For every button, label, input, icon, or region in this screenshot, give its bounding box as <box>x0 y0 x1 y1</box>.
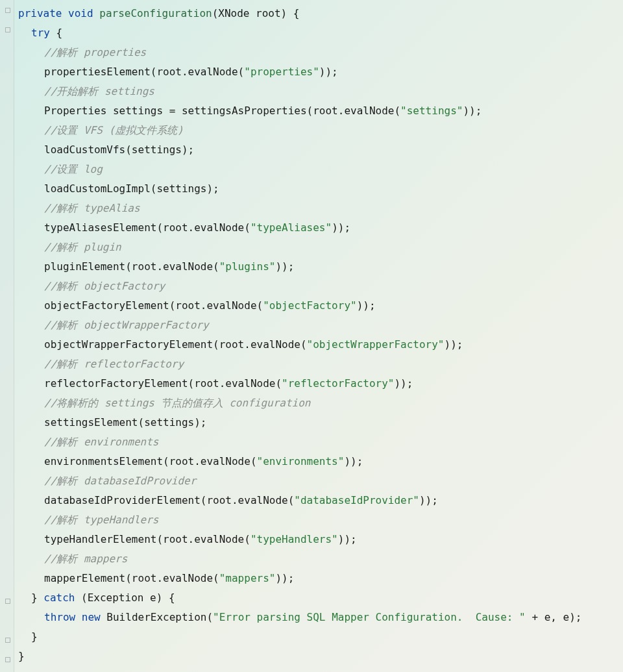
fold-marker-icon[interactable] <box>5 8 10 13</box>
code-token: //设置 log <box>44 163 103 175</box>
code-token: environmentsElement(root.evalNode( <box>44 455 257 467</box>
code-line[interactable]: //解析 databaseIdProvider <box>18 471 622 491</box>
code-line[interactable]: } catch (Exception e) { <box>18 588 622 608</box>
code-token: objectFactoryElement(root.evalNode( <box>44 299 263 312</box>
code-token: loadCustomVfs(settings); <box>44 143 194 156</box>
code-token: "databaseIdProvider" <box>294 494 419 506</box>
code-line[interactable]: settingsElement(settings); <box>18 413 622 432</box>
code-token: BuilderException( <box>101 611 213 623</box>
code-line[interactable]: //解析 typeHandlers <box>18 510 622 530</box>
code-token: new <box>82 611 101 623</box>
code-token <box>75 611 82 623</box>
code-token: )); <box>332 221 350 234</box>
fold-marker-icon[interactable] <box>5 599 10 604</box>
code-line[interactable]: pluginElement(root.evalNode("plugins")); <box>18 257 622 277</box>
code-token: "reflectorFactory" <box>282 377 394 390</box>
code-token: //解析 properties <box>44 46 146 58</box>
code-token: { <box>50 27 62 39</box>
code-line[interactable]: //解析 typeAlias <box>18 199 622 218</box>
code-token: //开始解析 settings <box>44 85 154 97</box>
code-token: databaseIdProviderElement(root.evalNode( <box>44 494 294 506</box>
fold-marker-icon[interactable] <box>5 27 10 32</box>
code-token: "plugins" <box>219 260 276 273</box>
code-line[interactable]: } <box>18 647 622 666</box>
code-token: )); <box>419 494 438 506</box>
code-line[interactable]: //解析 properties <box>18 43 622 62</box>
code-token: typeAliasesElement(root.evalNode( <box>44 221 250 234</box>
code-line[interactable]: mapperElement(root.evalNode("mappers")); <box>18 569 622 588</box>
code-token: parseConfiguration <box>99 7 212 19</box>
code-token: //解析 typeAlias <box>44 202 140 214</box>
code-line[interactable]: //解析 objectWrapperFactory <box>18 316 622 335</box>
code-token: "properties" <box>244 66 319 78</box>
code-token: } <box>31 630 38 643</box>
code-token: pluginElement(root.evalNode( <box>44 260 219 273</box>
code-token: catch <box>43 591 75 604</box>
code-token: )); <box>463 105 482 117</box>
code-token: "typeHandlers" <box>250 533 338 545</box>
code-token: //解析 reflectorFactory <box>44 358 184 370</box>
code-token: "objectWrapperFactory" <box>307 338 445 351</box>
code-token: //设置 VFS (虚拟文件系统) <box>44 124 184 136</box>
code-token: private <box>18 7 62 19</box>
code-token: //解析 mappers <box>44 553 127 565</box>
code-line[interactable]: typeAliasesElement(root.evalNode("typeAl… <box>18 218 622 238</box>
code-token: } <box>31 591 43 604</box>
code-token: "mappers" <box>219 572 276 584</box>
code-token: )); <box>357 299 376 312</box>
code-line[interactable]: throw new BuilderException("Error parsin… <box>18 608 622 627</box>
code-line[interactable]: reflectorFactoryElement(root.evalNode("r… <box>18 374 622 393</box>
code-line[interactable]: //解析 objectFactory <box>18 277 622 296</box>
code-token: typeHandlerElement(root.evalNode( <box>44 533 250 545</box>
fold-marker-icon[interactable] <box>5 657 10 662</box>
code-token: Properties settings = settingsAsProperti… <box>44 105 400 117</box>
code-line[interactable]: //设置 VFS (虚拟文件系统) <box>18 121 622 140</box>
code-token: try <box>31 27 50 39</box>
code-line[interactable]: //设置 log <box>18 160 622 179</box>
code-token: )); <box>445 338 463 351</box>
code-line[interactable]: objectWrapperFactoryElement(root.evalNod… <box>18 335 622 355</box>
code-token: //解析 databaseIdProvider <box>44 475 196 487</box>
code-editor-view[interactable]: private void parseConfiguration(XNode ro… <box>18 4 622 666</box>
code-token: + e, e); <box>526 611 582 623</box>
code-line[interactable]: databaseIdProviderElement(root.evalNode(… <box>18 491 622 510</box>
code-line[interactable]: //解析 environments <box>18 432 622 452</box>
code-token: } <box>18 650 25 662</box>
editor-gutter <box>0 0 14 672</box>
code-line[interactable]: loadCustomLogImpl(settings); <box>18 179 622 199</box>
code-token: "Error parsing SQL Mapper Configuration.… <box>213 611 526 623</box>
code-line[interactable]: private void parseConfiguration(XNode ro… <box>18 4 622 23</box>
code-line[interactable]: environmentsElement(root.evalNode("envir… <box>18 452 622 471</box>
code-line[interactable]: } <box>18 627 622 647</box>
code-token <box>93 7 100 19</box>
code-token: "objectFactory" <box>263 299 357 312</box>
fold-marker-icon[interactable] <box>5 638 10 643</box>
code-line[interactable]: try { <box>18 23 622 43</box>
code-token: reflectorFactoryElement(root.evalNode( <box>44 377 282 390</box>
code-token: )); <box>275 260 294 273</box>
code-token <box>62 7 68 19</box>
code-token: "typeAliases" <box>250 221 332 234</box>
code-line[interactable]: objectFactoryElement(root.evalNode("obje… <box>18 296 622 316</box>
code-token: loadCustomLogImpl(settings); <box>44 182 219 195</box>
code-token: objectWrapperFactoryElement(root.evalNod… <box>44 338 307 351</box>
code-line[interactable]: Properties settings = settingsAsProperti… <box>18 101 622 121</box>
code-line[interactable]: //解析 reflectorFactory <box>18 355 622 374</box>
code-token: (XNode root) { <box>212 7 300 19</box>
code-line[interactable]: typeHandlerElement(root.evalNode("typeHa… <box>18 530 622 549</box>
code-line[interactable]: propertiesElement(root.evalNode("propert… <box>18 62 622 82</box>
code-token: )); <box>394 377 413 390</box>
code-line[interactable]: //开始解析 settings <box>18 82 622 101</box>
code-token: void <box>68 7 93 19</box>
code-line[interactable]: //解析 mappers <box>18 549 622 569</box>
code-line[interactable]: loadCustomVfs(settings); <box>18 140 622 160</box>
code-token: (Exception e) { <box>75 591 175 604</box>
code-line[interactable]: //将解析的 settings 节点的值存入 configuration <box>18 393 622 413</box>
code-token: settingsElement(settings); <box>44 416 206 429</box>
code-token: propertiesElement(root.evalNode( <box>44 66 244 78</box>
code-line[interactable]: //解析 plugin <box>18 238 622 257</box>
code-token: )); <box>338 533 357 545</box>
code-token: //解析 environments <box>44 436 159 448</box>
code-token: )); <box>344 455 363 467</box>
code-token: //解析 objectFactory <box>44 280 165 292</box>
